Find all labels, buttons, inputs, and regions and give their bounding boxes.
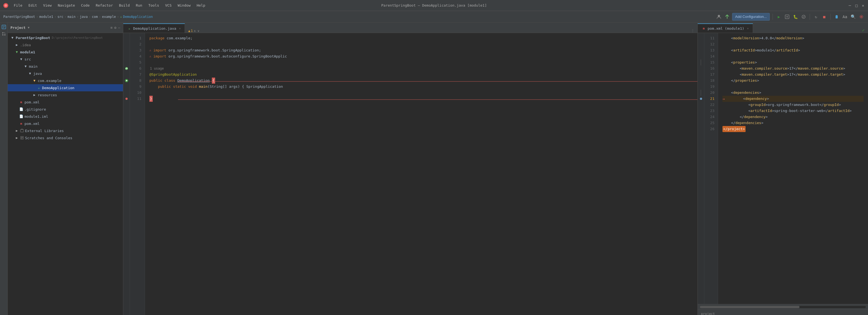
tab-close-pom[interactable]: ✕ [747, 27, 749, 30]
rln-14: 14 [710, 54, 714, 58]
menu-edit[interactable]: Edit [26, 2, 40, 8]
rln-17: 17 [710, 72, 714, 76]
bc-com[interactable]: com [92, 15, 98, 19]
collapse-all-icon[interactable]: ≡ [111, 26, 113, 30]
bc-root[interactable]: ParentSpringBoot [3, 15, 35, 19]
run-button[interactable]: ▶ [776, 13, 782, 20]
external-libs-icon: ▶ [14, 128, 19, 133]
coverage-icon[interactable] [800, 13, 807, 20]
warning-indicator: ▲ 1 ∧ ∨ [185, 29, 203, 33]
maximize-button[interactable]: □ [854, 3, 859, 8]
menu-help[interactable]: Help [194, 2, 208, 8]
pom-tab-label: pom.xml (module1) [708, 26, 744, 31]
tree-root[interactable]: ▼ ParentSpringBoot D:\projects\ParentSpr… [8, 34, 123, 41]
project-tab-icon[interactable] [1, 24, 7, 30]
toolbar-right: Add Configuration... ▶ 🐛 ↻ ■ Aa 🔍 [716, 13, 865, 21]
bc-main[interactable]: main [68, 15, 76, 19]
pom-scrollbar [698, 304, 868, 310]
main-layout: Project ▼ ≡ ⚙ — ▼ ParentSpringBoot D:\pr… [0, 23, 868, 315]
tree-module1-iml[interactable]: 📄 module1.iml [8, 113, 123, 120]
tree-java[interactable]: ▼ java [8, 70, 123, 77]
src-icon: ▼ [19, 57, 24, 62]
git-icon[interactable] [1, 31, 7, 37]
stop-button[interactable]: ■ [821, 13, 828, 20]
tree-demo-application[interactable]: ☕ DemoApplication [8, 84, 123, 91]
profile-icon[interactable] [716, 13, 722, 20]
resources-icon: ▶ [32, 92, 37, 97]
search-everywhere-icon[interactable]: 🔍 [850, 13, 857, 20]
bc-example[interactable]: example [102, 15, 116, 19]
scrollbar-thumb[interactable] [700, 306, 800, 308]
code-line-8: public class DemoApplication { [149, 77, 693, 84]
close-panel-icon[interactable]: — [118, 26, 120, 30]
tree-pom-module[interactable]: m pom.xml [8, 98, 123, 106]
debug-icon-2[interactable] [833, 13, 840, 20]
project-dropdown-icon[interactable]: ▼ [28, 26, 30, 29]
rln-24: 24 [710, 115, 714, 119]
left-sidebar: Project ▼ ≡ ⚙ — ▼ ParentSpringBoot D:\pr… [0, 23, 123, 315]
translate-icon[interactable]: Aa [842, 13, 848, 20]
tab-close-demo[interactable]: ✕ [179, 27, 181, 30]
project-icons: ≡ ⚙ — [111, 26, 120, 30]
add-configuration-button[interactable]: Add Configuration... [732, 13, 770, 21]
tree-idea[interactable]: ▶ .idea [8, 41, 123, 49]
tree-com-example[interactable]: ▼ com.example [8, 77, 123, 84]
scrollbar-track[interactable] [700, 306, 866, 308]
pom-line-13: <artifactId>module1</artifactId> [722, 47, 864, 53]
build-icon[interactable] [784, 13, 790, 20]
tree-external-libs[interactable]: ▶ External Libraries [8, 127, 123, 134]
menu-run[interactable]: Run [133, 2, 145, 8]
idea-folder-icon: ▶ [14, 42, 19, 47]
settings-icon[interactable] [858, 13, 865, 20]
gutter [123, 33, 130, 315]
window-controls: ─ □ ✕ [848, 3, 865, 8]
menu-code[interactable]: Code [79, 2, 92, 8]
gutter-5 [123, 59, 130, 65]
menu-navigate[interactable]: Navigate [55, 2, 78, 8]
svg-rect-11 [20, 130, 24, 132]
menu-vcs[interactable]: VCS [162, 2, 174, 8]
gutter-11 [123, 96, 130, 102]
tab-demo-application[interactable]: ☕ DemoApplication.java ✕ [123, 23, 185, 33]
tree-main[interactable]: ▼ main [8, 63, 123, 70]
menu-build[interactable]: Build [116, 2, 133, 8]
tree-src[interactable]: ▼ src [8, 56, 123, 63]
menu-view[interactable]: View [40, 2, 55, 8]
tree-pom-root[interactable]: m pom.xml [8, 120, 123, 127]
ln-5: 5 [130, 59, 142, 65]
menu-window[interactable]: Window [175, 2, 193, 8]
toolbar-separator-2 [810, 14, 810, 20]
pom-line-26: </project> [722, 126, 864, 132]
menu-tools[interactable]: Tools [146, 2, 162, 8]
pom-root-icon: m [19, 121, 24, 126]
bc-module1[interactable]: module1 [39, 15, 53, 19]
menu-file[interactable]: File [11, 2, 25, 8]
settings-gear-icon[interactable]: ⚙ [114, 26, 116, 30]
gitignore-label: .gitignore [25, 107, 46, 112]
bc-src[interactable]: src [58, 15, 64, 19]
tree-scratches[interactable]: ▶ Scratches and Consoles [8, 134, 123, 141]
tree-module1[interactable]: ▼ module1 [8, 49, 123, 56]
minimize-button[interactable]: ─ [848, 3, 852, 8]
run-icon[interactable] [125, 79, 128, 83]
tab-pom-xml[interactable]: m pom.xml (module1) ✕ [698, 23, 753, 33]
vcs-update-icon[interactable] [724, 13, 731, 20]
code-line-3: ⚠ import org.springframework.boot.Spring… [149, 47, 693, 53]
pg-22 [698, 102, 704, 108]
pom-code-editor[interactable]: <modelVersion>4.0.0</modelVersion> <arti… [718, 33, 868, 304]
main-label: main [29, 64, 37, 68]
pom-line-15: <properties> [722, 59, 864, 65]
module1-icon: ▼ [14, 50, 19, 55]
close-button[interactable]: ✕ [861, 3, 865, 8]
menu-refactor[interactable]: Refactor [93, 2, 116, 8]
code-editor[interactable]: package com.example; ⚠ import org.spring… [145, 33, 698, 315]
more-options-icon[interactable]: ⋮ [691, 28, 695, 33]
rln-26: 26 [710, 127, 714, 131]
bc-java[interactable]: java [80, 15, 88, 19]
tree-resources[interactable]: ▶ resources [8, 91, 123, 98]
pom-module-label: pom.xml [25, 100, 40, 104]
svg-point-9 [4, 34, 5, 35]
tree-gitignore[interactable]: 📄 .gitignore [8, 106, 123, 113]
debug-button[interactable]: 🐛 [792, 13, 799, 20]
reload-icon[interactable]: ↻ [813, 13, 819, 20]
